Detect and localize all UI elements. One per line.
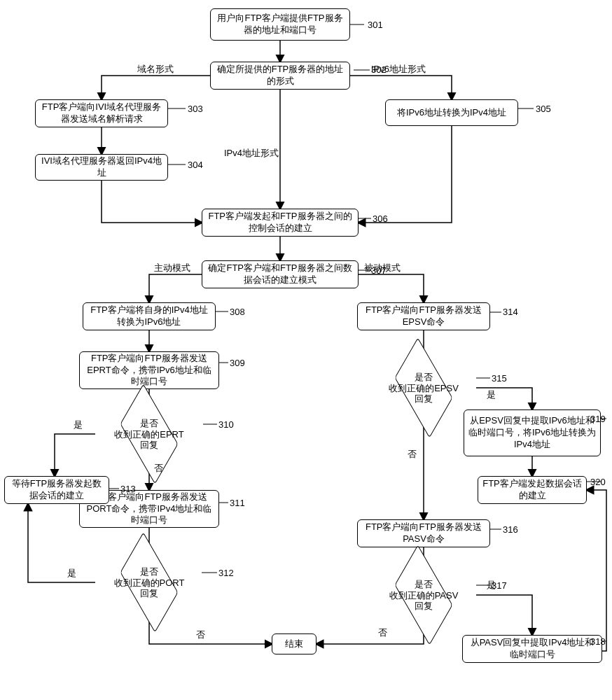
node-315: 是否收到正确的EPSV回复 [390, 365, 457, 410]
ref-320: 320 [590, 477, 606, 487]
edge-ipv6-form: IPv6地址形式 [371, 63, 426, 76]
ref-316: 316 [503, 524, 518, 535]
edge-315-yes: 是 [487, 388, 496, 401]
ref-301: 301 [368, 20, 383, 30]
edge-domain-form: 域名形式 [137, 63, 174, 76]
node-312: 是否收到正确的PORT回复 [116, 560, 183, 605]
node-316: FTP客户端向FTP服务器发送PASV命令 [357, 519, 490, 547]
ref-315: 315 [492, 373, 507, 384]
ref-304: 304 [188, 160, 203, 170]
ref-314: 314 [503, 307, 518, 317]
node-320: FTP客户端发起数据会话的建立 [478, 476, 587, 504]
ref-303: 303 [188, 104, 203, 114]
ref-318: 318 [590, 636, 606, 647]
node-304: IVI域名代理服务器返回IPv4地址 [35, 154, 168, 181]
edge-315-no: 否 [408, 448, 417, 461]
ref-308: 308 [230, 307, 245, 317]
edge-active: 主动模式 [154, 262, 190, 274]
node-306: FTP客户端发起和FTP服务器之间的控制会话的建立 [202, 209, 359, 237]
edge-310-no: 否 [154, 462, 163, 475]
edge-317-yes: 是 [487, 579, 496, 592]
node-302: 确定所提供的FTP服务器的地址的形式 [210, 62, 350, 90]
edge-passive: 被动模式 [364, 262, 401, 274]
node-313: 等待FTP服务器发起数据会话的建立 [4, 476, 109, 504]
edge-317-no: 否 [378, 626, 387, 639]
ref-319: 319 [590, 414, 606, 424]
node-308: FTP客户端将自身的IPv4地址转换为IPv6地址 [83, 302, 216, 330]
ref-312: 312 [218, 568, 234, 578]
node-309: FTP客户端向FTP服务器发送EPRT命令，携带IPv6地址和临时端口号 [79, 351, 219, 389]
node-307: 确定FTP客户端和FTP服务器之间数据会话的建立模式 [202, 260, 359, 288]
node-310: 是否收到正确的EPRT回复 [116, 412, 183, 456]
node-319: 从EPSV回复中提取IPv6地址和临时端口号，将IPv6地址转换为IPv4地址 [464, 410, 601, 456]
node-318: 从PASV回复中提取IPv4地址和临时端口号 [462, 635, 602, 663]
node-305: 将IPv6地址转换为IPv4地址 [385, 99, 518, 126]
ref-306: 306 [373, 214, 388, 224]
node-end: 结束 [272, 634, 317, 654]
ref-309: 309 [230, 358, 245, 368]
node-303: FTP客户端向IVI域名代理服务器发送域名解析请求 [35, 99, 168, 127]
ref-305: 305 [536, 104, 551, 114]
ref-313: 313 [120, 484, 136, 494]
ref-310: 310 [218, 419, 234, 430]
node-314: FTP客户端向FTP服务器发送EPSV命令 [357, 302, 490, 330]
edge-310-yes: 是 [74, 419, 83, 431]
node-301: 用户向FTP客户端提供FTP服务器的地址和端口号 [210, 8, 350, 41]
ref-311: 311 [230, 498, 245, 508]
edge-ipv4-form: IPv4地址形式 [224, 147, 279, 160]
edge-312-no: 否 [196, 629, 205, 641]
node-317: 是否收到正确的PASV回复 [390, 573, 457, 617]
edge-312-yes: 是 [67, 567, 76, 580]
